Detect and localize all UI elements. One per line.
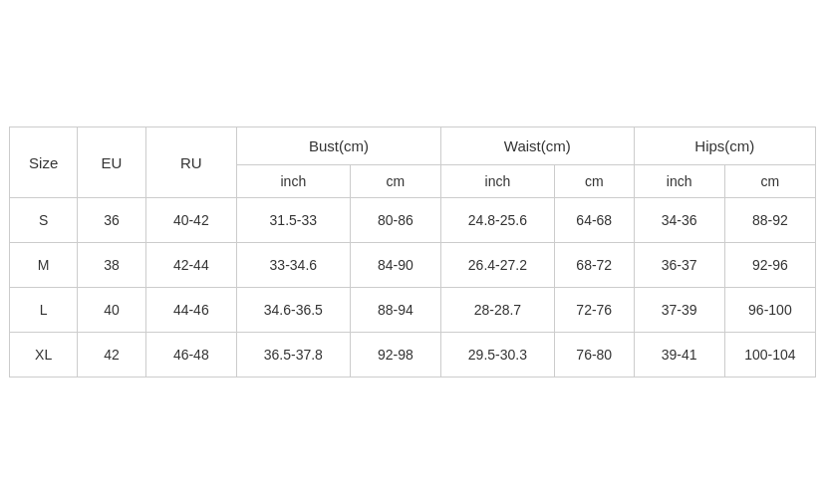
cell-bust-cm: 88-94 bbox=[350, 288, 440, 333]
cell-hips-inch: 37-39 bbox=[634, 288, 724, 333]
cell-hips-inch: 36-37 bbox=[634, 243, 724, 288]
table-row: M3842-4433-34.684-9026.4-27.268-7236-379… bbox=[10, 243, 816, 288]
cell-hips-inch: 39-41 bbox=[634, 333, 724, 378]
subheader-waist-inch: inch bbox=[440, 165, 554, 198]
cell-ru: 40-42 bbox=[145, 198, 236, 243]
cell-hips-cm: 92-96 bbox=[724, 243, 815, 288]
cell-bust-inch: 34.6-36.5 bbox=[236, 288, 350, 333]
cell-waist-inch: 24.8-25.6 bbox=[440, 198, 554, 243]
cell-waist-cm: 64-68 bbox=[554, 198, 634, 243]
cell-bust-cm: 92-98 bbox=[350, 333, 440, 378]
cell-ru: 46-48 bbox=[145, 333, 236, 378]
size-chart-table: Size EU RU Bust(cm) Waist(cm) Hips(cm) i… bbox=[9, 126, 816, 378]
header-ru: RU bbox=[145, 127, 236, 198]
cell-size: M bbox=[10, 243, 78, 288]
cell-hips-cm: 96-100 bbox=[724, 288, 815, 333]
header-bust: Bust(cm) bbox=[236, 127, 440, 165]
cell-eu: 38 bbox=[78, 243, 145, 288]
cell-ru: 42-44 bbox=[145, 243, 236, 288]
cell-hips-cm: 100-104 bbox=[724, 333, 815, 378]
cell-size: S bbox=[10, 198, 78, 243]
table-row: L4044-4634.6-36.588-9428-28.772-7637-399… bbox=[10, 288, 816, 333]
cell-waist-cm: 76-80 bbox=[554, 333, 634, 378]
header-waist: Waist(cm) bbox=[440, 127, 634, 165]
cell-size: XL bbox=[10, 333, 78, 378]
cell-eu: 42 bbox=[78, 333, 145, 378]
table-row: XL4246-4836.5-37.892-9829.5-30.376-8039-… bbox=[10, 333, 816, 378]
cell-waist-inch: 28-28.7 bbox=[440, 288, 554, 333]
subheader-bust-inch: inch bbox=[236, 165, 350, 198]
cell-eu: 36 bbox=[78, 198, 145, 243]
header-size: Size bbox=[10, 127, 78, 198]
cell-waist-cm: 72-76 bbox=[554, 288, 634, 333]
cell-bust-inch: 33-34.6 bbox=[236, 243, 350, 288]
cell-bust-inch: 36.5-37.8 bbox=[236, 333, 350, 378]
cell-waist-inch: 26.4-27.2 bbox=[440, 243, 554, 288]
size-chart-wrapper: Size EU RU Bust(cm) Waist(cm) Hips(cm) i… bbox=[9, 126, 816, 378]
cell-hips-inch: 34-36 bbox=[634, 198, 724, 243]
cell-waist-inch: 29.5-30.3 bbox=[440, 333, 554, 378]
cell-bust-cm: 84-90 bbox=[350, 243, 440, 288]
cell-bust-inch: 31.5-33 bbox=[236, 198, 350, 243]
subheader-bust-cm: cm bbox=[350, 165, 440, 198]
header-eu: EU bbox=[78, 127, 145, 198]
table-row: S3640-4231.5-3380-8624.8-25.664-6834-368… bbox=[10, 198, 816, 243]
header-hips: Hips(cm) bbox=[634, 127, 815, 165]
subheader-hips-inch: inch bbox=[634, 165, 724, 198]
subheader-waist-cm: cm bbox=[554, 165, 634, 198]
cell-size: L bbox=[10, 288, 78, 333]
cell-eu: 40 bbox=[78, 288, 145, 333]
subheader-hips-cm: cm bbox=[724, 165, 815, 198]
cell-bust-cm: 80-86 bbox=[350, 198, 440, 243]
cell-hips-cm: 88-92 bbox=[724, 198, 815, 243]
cell-ru: 44-46 bbox=[145, 288, 236, 333]
cell-waist-cm: 68-72 bbox=[554, 243, 634, 288]
